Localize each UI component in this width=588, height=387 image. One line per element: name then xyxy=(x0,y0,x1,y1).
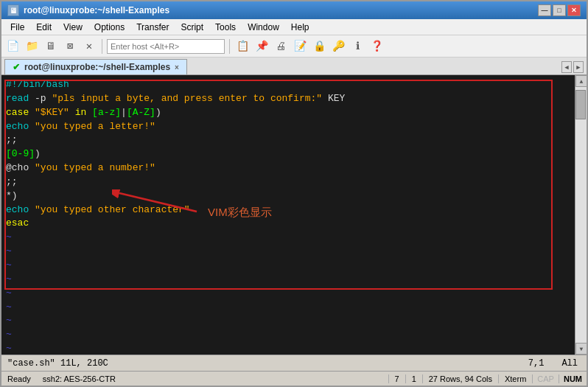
menu-script[interactable]: Script xyxy=(175,21,209,34)
bottom-statusbar: Ready ssh2: AES-256-CTR 7 1 27 Rows, 94 … xyxy=(1,371,587,386)
toolbar-key-icon[interactable]: 🔑 xyxy=(330,38,346,55)
menu-tools[interactable]: Tools xyxy=(209,21,242,34)
toolbar-disconnect-icon[interactable]: ⊠ xyxy=(62,38,78,55)
status-filename: "case.sh" 11L, 210C xyxy=(1,358,114,369)
scroll-thumb[interactable] xyxy=(575,90,586,119)
status-rows-cols: 27 Rows, 94 Cols xyxy=(422,374,498,383)
toolbar-paste-icon[interactable]: 📌 xyxy=(253,38,270,55)
bottom-info: 7 1 27 Rows, 94 Cols Xterm CAP NUM xyxy=(388,374,587,383)
menu-edit[interactable]: Edit xyxy=(30,21,57,34)
tab-label: root@linuxprobe:~/shell-Examples xyxy=(24,62,170,72)
close-button[interactable]: ✕ xyxy=(567,4,581,16)
editor-pane[interactable]: #!/bin/bash read -p "pls input a byte, a… xyxy=(1,75,575,355)
toolbar-connect-icon[interactable]: 🖥 xyxy=(43,38,59,55)
status-ready: Ready xyxy=(1,374,37,383)
menu-options[interactable]: Options xyxy=(88,21,130,34)
tab-check-icon: ✔ xyxy=(13,62,20,72)
toolbar-new-icon[interactable]: 📄 xyxy=(4,38,21,55)
titlebar: 🖥 root@linuxprobe:~/shell-Examples — □ ✕ xyxy=(1,1,587,19)
toolbar-info-icon[interactable]: ℹ xyxy=(349,38,365,55)
scroll-down-button[interactable]: ▼ xyxy=(575,343,587,355)
menu-window[interactable]: Window xyxy=(242,21,285,34)
toolbar-log-icon[interactable]: 📝 xyxy=(292,38,308,55)
status-row: 7 xyxy=(388,374,405,383)
toolbar-help-icon[interactable]: ❓ xyxy=(368,38,385,55)
vim-statusbar: "case.sh" 11L, 210C 7,1 All xyxy=(1,355,587,371)
tabbar: ✔ root@linuxprobe:~/shell-Examples × ◀ ▶ xyxy=(1,57,587,75)
app-icon: 🖥 xyxy=(7,4,19,16)
toolbar: 📄 📁 🖥 ⊠ ✕ 📋 📌 🖨 📝 🔒 🔑 ℹ ❓ xyxy=(1,35,587,57)
toolbar-separator-1 xyxy=(102,39,102,54)
scroll-track[interactable] xyxy=(575,87,587,343)
status-cap: CAP xyxy=(532,374,559,383)
toolbar-print-icon[interactable]: 🖨 xyxy=(273,38,289,55)
tab-next-arrow[interactable]: ▶ xyxy=(573,61,584,73)
maximize-button[interactable]: □ xyxy=(553,4,566,16)
status-ssh: ssh2: AES-256-CTR xyxy=(37,374,122,383)
tab-prev-arrow[interactable]: ◀ xyxy=(561,61,572,73)
minimize-button[interactable]: — xyxy=(538,4,551,16)
menu-file[interactable]: File xyxy=(4,21,30,34)
toolbar-encrypt-icon[interactable]: 🔒 xyxy=(311,38,327,55)
code-content: #!/bin/bash read -p "pls input a byte, a… xyxy=(6,78,570,355)
toolbar-copy-icon[interactable]: 📋 xyxy=(234,38,251,55)
tab-shell-examples[interactable]: ✔ root@linuxprobe:~/shell-Examples × xyxy=(4,59,187,74)
status-num: NUM xyxy=(559,374,587,383)
status-col: 1 xyxy=(405,374,422,383)
scrollbar[interactable]: ▲ ▼ xyxy=(575,75,587,355)
status-scroll: All xyxy=(553,358,587,369)
menu-view[interactable]: View xyxy=(57,21,88,34)
tab-close-icon[interactable]: × xyxy=(175,63,179,72)
toolbar-open-icon[interactable]: 📁 xyxy=(24,38,40,55)
main-window: 🖥 root@linuxprobe:~/shell-Examples — □ ✕… xyxy=(0,0,588,387)
toolbar-stop-icon[interactable]: ✕ xyxy=(81,38,97,55)
menu-transfer[interactable]: Transfer xyxy=(130,21,175,34)
window-title: root@linuxprobe:~/shell-Examples xyxy=(24,5,169,15)
menubar: File Edit View Options Transfer Script T… xyxy=(1,19,587,35)
titlebar-buttons: — □ ✕ xyxy=(538,4,581,16)
host-input[interactable] xyxy=(107,39,225,54)
tabbar-arrows: ◀ ▶ xyxy=(561,61,584,74)
titlebar-left: 🖥 root@linuxprobe:~/shell-Examples xyxy=(7,4,169,16)
scroll-up-button[interactable]: ▲ xyxy=(575,75,587,87)
menu-help[interactable]: Help xyxy=(285,21,315,34)
toolbar-separator-2 xyxy=(229,39,230,54)
main-area: #!/bin/bash read -p "pls input a byte, a… xyxy=(1,75,587,355)
status-xterm: Xterm xyxy=(498,374,532,383)
status-position: 7,1 xyxy=(519,358,553,369)
